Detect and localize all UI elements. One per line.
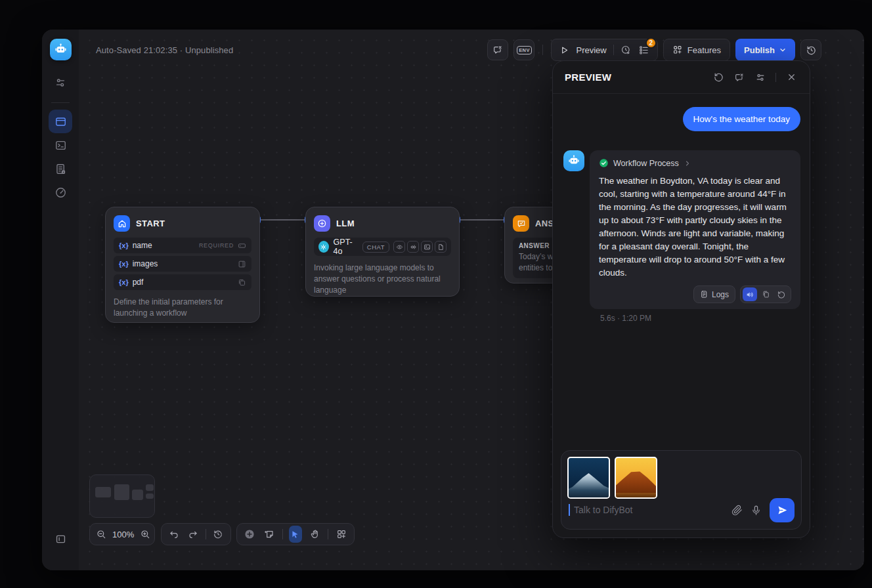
zoom-out-icon bbox=[96, 529, 106, 539]
chat-x-icon bbox=[492, 45, 503, 55]
add-note-button[interactable] bbox=[263, 526, 276, 543]
version-history-button[interactable] bbox=[800, 39, 821, 60]
undo-button[interactable] bbox=[167, 526, 181, 543]
uploaded-image-mountain-night[interactable] bbox=[567, 457, 610, 499]
attach-file-button[interactable] bbox=[731, 505, 743, 516]
chevron-down-icon bbox=[779, 46, 787, 54]
copy-button[interactable] bbox=[758, 287, 773, 301]
logs-icon bbox=[700, 290, 708, 299]
run-group: Preview 2 bbox=[551, 39, 657, 61]
preview-settings-button[interactable] bbox=[751, 68, 770, 87]
preview-header-actions bbox=[709, 68, 800, 87]
zoom-in-icon bbox=[140, 529, 150, 539]
topbar-separator bbox=[542, 45, 543, 55]
sidebar bbox=[42, 30, 79, 570]
clear-chat-button[interactable] bbox=[730, 68, 749, 87]
zoom-level[interactable]: 100% bbox=[112, 530, 134, 539]
annotation-toggle-button[interactable] bbox=[487, 39, 508, 60]
zoom-out-button[interactable] bbox=[96, 526, 106, 543]
start-node-description: Define the initial parameters for launch… bbox=[114, 297, 251, 319]
history-clock-icon bbox=[213, 529, 223, 539]
close-preview-button[interactable] bbox=[782, 68, 800, 87]
sidebar-item-logs[interactable] bbox=[49, 157, 72, 180]
history-icon bbox=[806, 45, 817, 56]
minimap-node bbox=[132, 490, 143, 500]
close-icon bbox=[787, 72, 796, 82]
vision-capability-icon bbox=[393, 241, 405, 253]
pointer-mode-button[interactable] bbox=[289, 526, 303, 543]
organize-blocks-button[interactable] bbox=[334, 526, 348, 543]
env-icon: ENV bbox=[517, 46, 533, 54]
start-node-header: START bbox=[114, 215, 251, 232]
minimap-node bbox=[114, 484, 129, 500]
chat-x-icon bbox=[734, 72, 745, 83]
preview-run-button[interactable]: Preview bbox=[576, 45, 606, 55]
node-llm[interactable]: LLM GPT-4o CHAT bbox=[305, 207, 460, 297]
message-actions: Logs bbox=[599, 285, 791, 303]
sidebar-item-monitoring[interactable] bbox=[49, 180, 72, 204]
text-input-icon bbox=[238, 242, 246, 250]
add-node-button[interactable] bbox=[243, 526, 257, 543]
model-mode-badge: CHAT bbox=[362, 242, 389, 253]
terminal-icon bbox=[54, 139, 67, 152]
bot-message-text: The weather in Boydton, VA today is clea… bbox=[599, 175, 791, 280]
voice-input-button[interactable] bbox=[751, 505, 762, 516]
collapse-sidebar-button[interactable] bbox=[49, 527, 72, 551]
minimap[interactable] bbox=[89, 474, 155, 518]
sidebar-item-orchestrate[interactable] bbox=[49, 110, 72, 133]
env-variables-button[interactable]: ENV bbox=[513, 39, 534, 60]
zoom-in-button[interactable] bbox=[140, 526, 150, 543]
start-var-name[interactable]: {x} name REQUIRED bbox=[114, 238, 251, 253]
start-var-images[interactable]: {x} images bbox=[114, 256, 251, 272]
refresh-icon bbox=[713, 72, 724, 83]
change-history-button[interactable] bbox=[211, 526, 225, 543]
controls-divider bbox=[206, 529, 206, 539]
checklist-button[interactable]: 2 bbox=[638, 45, 649, 56]
start-var-pdf[interactable]: {x} pdf bbox=[114, 274, 251, 290]
success-check-icon bbox=[599, 158, 609, 168]
preview-panel: PREVIEW How's the bbox=[552, 60, 810, 538]
app-logo-robot-icon[interactable] bbox=[50, 39, 72, 60]
app-settings-button[interactable] bbox=[49, 71, 72, 94]
bot-message-card: Workflow Process The weather in Boydton,… bbox=[590, 150, 800, 309]
regenerate-icon bbox=[777, 290, 786, 299]
header-divider bbox=[775, 73, 776, 82]
run-history-button[interactable] bbox=[621, 45, 632, 56]
logs-button[interactable]: Logs bbox=[693, 285, 735, 303]
minimap-node bbox=[95, 487, 111, 497]
send-button[interactable] bbox=[770, 498, 795, 522]
preview-header: PREVIEW bbox=[553, 61, 810, 94]
sidebar-item-api[interactable] bbox=[49, 133, 72, 157]
workflow-process-toggle[interactable]: Workflow Process bbox=[599, 158, 791, 168]
chat-area: How's the weather today Workflow Process bbox=[553, 94, 810, 450]
hand-mode-button[interactable] bbox=[308, 526, 322, 543]
redo-button[interactable] bbox=[186, 526, 200, 543]
publish-button[interactable]: Publish bbox=[735, 39, 795, 61]
variable-prefix: {x} bbox=[119, 278, 129, 286]
variable-name: images bbox=[133, 259, 158, 268]
uploaded-image-mountain-sunset[interactable] bbox=[615, 457, 657, 499]
autosave-status: Auto-Saved 21:02:35 · Unpublished bbox=[96, 45, 233, 55]
read-aloud-button[interactable] bbox=[743, 287, 757, 301]
chat-input[interactable] bbox=[573, 504, 724, 516]
tool-controls bbox=[236, 523, 355, 545]
file-input-icon bbox=[238, 278, 246, 287]
organize-icon bbox=[336, 529, 347, 539]
logs-icon bbox=[54, 163, 67, 175]
bot-avatar bbox=[563, 150, 584, 171]
features-button[interactable]: Features bbox=[663, 39, 730, 61]
regenerate-button[interactable] bbox=[774, 287, 789, 301]
message-action-group bbox=[740, 285, 791, 303]
llm-node-title: LLM bbox=[336, 219, 355, 228]
clock-play-icon bbox=[621, 45, 632, 56]
node-start[interactable]: START {x} name REQUIRED {x} images {x} p… bbox=[105, 207, 260, 323]
llm-model-row[interactable]: GPT-4o CHAT bbox=[314, 238, 451, 256]
restart-conversation-button[interactable] bbox=[709, 68, 728, 87]
start-home-icon bbox=[114, 215, 130, 232]
model-name: GPT-4o bbox=[334, 238, 358, 256]
chat-input-row bbox=[569, 497, 795, 523]
document-capability-icon bbox=[435, 241, 447, 253]
collapse-panel-icon bbox=[54, 533, 67, 545]
redo-icon bbox=[188, 529, 198, 539]
preview-title: PREVIEW bbox=[565, 72, 611, 83]
